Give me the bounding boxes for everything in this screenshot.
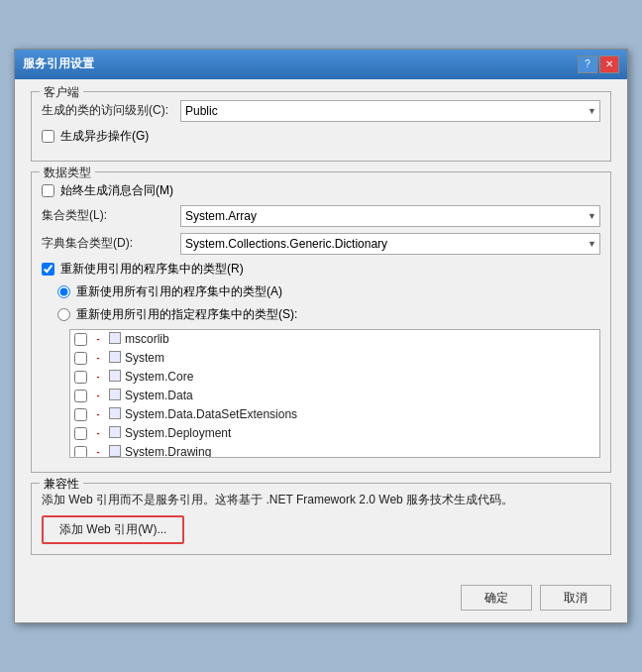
minus-icon: - [91,332,105,346]
add-web-ref-button[interactable]: 添加 Web 引用(W)... [42,515,184,544]
list-item[interactable]: -System.Deployment [70,424,599,443]
list-item[interactable]: -System.Drawing [70,443,599,458]
always-generate-row: 始终生成消息合同(M) [42,182,600,199]
list-item[interactable]: -mscorlib [70,330,599,349]
assembly-name: System.Core [125,370,193,384]
assembly-name: System.Deployment [125,426,231,440]
async-checkbox-label: 生成异步操作(G) [60,128,149,145]
list-item[interactable]: -System.Core [70,368,599,387]
reuse-specified-label: 重新使用所引用的指定程序集中的类型(S): [76,306,297,323]
async-checkbox-row: 生成异步操作(G) [42,128,600,145]
collection-type-select-wrapper: System.Array System.Collections.Generic.… [180,205,600,227]
title-bar-buttons: ? ✕ [578,56,619,73]
dialog-window: 服务引用设置 ? ✕ 客户端 生成的类的访问级别(C): Public Inte… [14,49,628,624]
assembly-checkbox[interactable] [74,371,87,384]
assembly-checkbox[interactable] [74,390,87,402]
compat-description: 添加 Web 引用而不是服务引用。这将基于 .NET Framework 2.0… [42,492,600,508]
list-item[interactable]: -System.Data.DataSetExtensions [70,405,599,424]
dict-type-select-wrapper: System.Collections.Generic.Dictionary [180,233,600,255]
access-level-select[interactable]: Public Internal [180,100,600,122]
compat-group-label: 兼容性 [40,476,83,493]
reuse-specified-radio[interactable] [57,308,70,321]
cancel-button[interactable]: 取消 [540,585,611,611]
dialog-footer: 确定 取消 [15,577,627,622]
minus-icon: - [91,426,105,440]
dict-type-row: 字典集合类型(D): System.Collections.Generic.Di… [42,233,600,255]
assembly-checkbox[interactable] [74,446,87,458]
close-button[interactable]: ✕ [599,56,619,73]
data-types-group-label: 数据类型 [40,165,95,181]
assembly-name: System [125,351,164,365]
minus-icon: - [91,370,105,384]
collection-type-label: 集合类型(L): [42,207,180,224]
assembly-checkbox[interactable] [74,427,87,440]
assembly-name: System.Data [125,389,193,402]
assembly-checkbox[interactable] [74,408,87,421]
async-checkbox[interactable] [42,130,54,143]
reuse-types-row: 重新使用引用的程序集中的类型(R) [42,261,600,278]
always-generate-label: 始终生成消息合同(M) [60,182,173,199]
minus-icon: - [91,351,105,365]
client-group: 客户端 生成的类的访问级别(C): Public Internal 生成异步操作… [31,91,611,162]
compat-group: 兼容性 添加 Web 引用而不是服务引用。这将基于 .NET Framework… [31,483,611,556]
assembly-icon [109,389,121,403]
assembly-checkbox[interactable] [74,333,87,346]
assembly-checkbox[interactable] [74,352,87,365]
assembly-icon [109,370,121,385]
dialog-body: 客户端 生成的类的访问级别(C): Public Internal 生成异步操作… [15,79,627,578]
reuse-all-radio[interactable] [57,285,70,298]
assembly-icon [109,407,121,422]
list-item[interactable]: -System.Data [70,387,599,405]
assembly-name: mscorlib [125,332,169,346]
reuse-types-label: 重新使用引用的程序集中的类型(R) [60,261,244,278]
access-level-select-wrapper: Public Internal [180,100,600,122]
access-level-row: 生成的类的访问级别(C): Public Internal [42,100,600,122]
assembly-icon [109,332,121,347]
data-types-group: 数据类型 始终生成消息合同(M) 集合类型(L): System.Array S… [31,171,611,473]
reuse-all-label: 重新使用所有引用的程序集中的类型(A) [76,283,282,300]
assembly-icon [109,445,121,458]
collection-type-select[interactable]: System.Array System.Collections.Generic.… [180,205,600,227]
reuse-specified-row: 重新使用所引用的指定程序集中的类型(S): [57,306,600,323]
assembly-name: System.Data.DataSetExtensions [125,407,297,421]
ok-button[interactable]: 确定 [461,585,532,611]
dict-type-label: 字典集合类型(D): [42,235,180,252]
title-bar: 服务引用设置 ? ✕ [15,50,627,79]
assemblies-listbox[interactable]: -mscorlib-System-System.Core-System.Data… [69,329,600,458]
assembly-icon [109,426,121,441]
collection-type-row: 集合类型(L): System.Array System.Collections… [42,205,600,227]
help-button[interactable]: ? [578,56,597,73]
always-generate-checkbox[interactable] [42,184,54,197]
list-item[interactable]: -System [70,349,599,368]
reuse-all-row: 重新使用所有引用的程序集中的类型(A) [57,283,600,300]
access-level-label: 生成的类的访问级别(C): [42,102,180,119]
minus-icon: - [91,389,105,402]
client-group-label: 客户端 [40,84,83,101]
assembly-name: System.Drawing [125,445,211,458]
dict-type-select[interactable]: System.Collections.Generic.Dictionary [180,233,600,255]
reuse-types-checkbox[interactable] [42,263,54,276]
dialog-title: 服务引用设置 [23,56,94,72]
minus-icon: - [91,407,105,421]
assembly-icon [109,351,121,366]
minus-icon: - [91,445,105,458]
